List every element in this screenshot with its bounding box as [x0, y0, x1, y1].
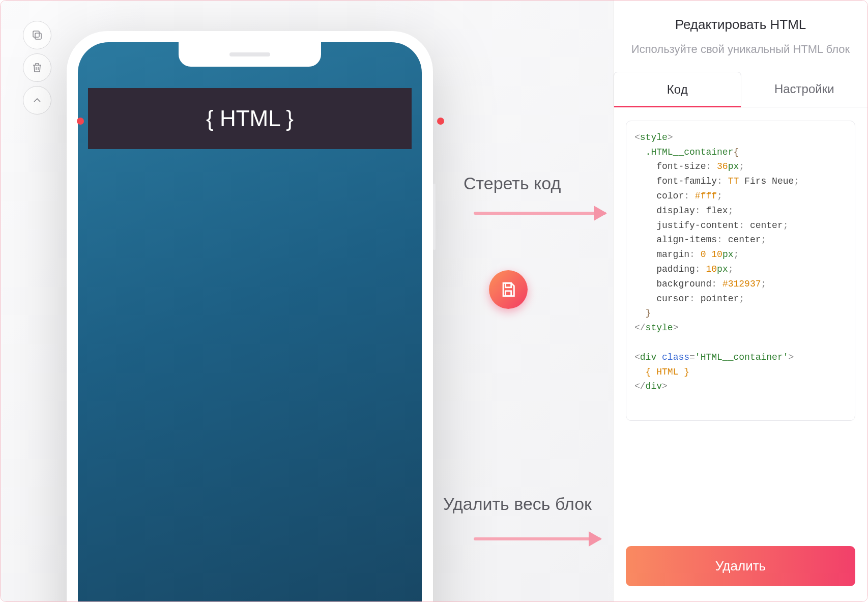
- save-button[interactable]: [489, 270, 528, 309]
- annotation-delete-block: Удалить весь блок: [443, 494, 592, 514]
- svg-rect-2: [505, 283, 511, 288]
- trash-icon: [31, 62, 43, 74]
- chevron-up-icon: [31, 94, 43, 106]
- code-editor[interactable]: <style> .HTML__container{ font-size: 36p…: [626, 121, 855, 421]
- delete-block-button[interactable]: Удалить: [626, 546, 855, 586]
- collapse-button[interactable]: [23, 86, 51, 114]
- edit-panel: Редактировать HTML Используйте свой уник…: [613, 1, 867, 601]
- phone-screen: { HTML }: [78, 42, 422, 602]
- phone-notch: [179, 42, 321, 67]
- copy-button[interactable]: [23, 21, 51, 49]
- delete-button[interactable]: [23, 53, 51, 82]
- panel-subtitle: Используйте свой уникальный HTML блок: [614, 42, 867, 58]
- svg-rect-0: [35, 33, 41, 39]
- arrow-erase-code: [474, 212, 606, 215]
- selection-handle-left[interactable]: [77, 118, 84, 125]
- copy-icon: [31, 29, 43, 41]
- svg-rect-3: [505, 291, 511, 296]
- selection-handle-right[interactable]: [437, 118, 444, 125]
- panel-title: Редактировать HTML: [614, 17, 867, 33]
- left-toolbar: [23, 21, 51, 114]
- tab-code[interactable]: Код: [614, 72, 741, 107]
- annotation-erase-code: Стереть код: [464, 174, 561, 193]
- save-icon: [500, 281, 517, 298]
- tab-settings[interactable]: Настройки: [741, 72, 868, 107]
- svg-rect-1: [33, 31, 39, 37]
- html-block[interactable]: { HTML }: [88, 88, 412, 149]
- phone-side-button: [433, 184, 436, 250]
- phone-preview: { HTML }: [67, 31, 433, 591]
- phone-frame: { HTML }: [67, 31, 433, 602]
- tabs: Код Настройки: [614, 72, 867, 107]
- arrow-delete-block: [474, 537, 601, 540]
